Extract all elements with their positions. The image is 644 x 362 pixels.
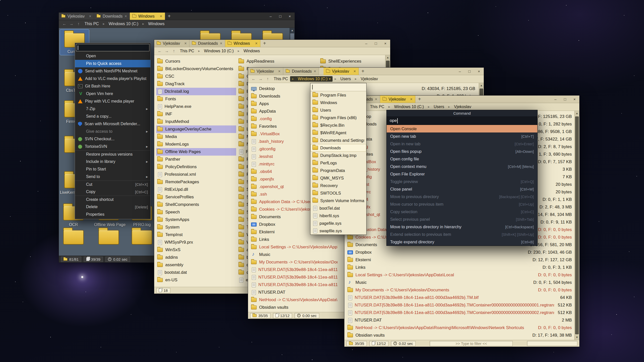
breadcrumb-segment[interactable]: Windows 10 (C:) bbox=[101, 21, 140, 27]
file-row[interactable]: Links D: 0, F: 3, 1 KB bbox=[346, 264, 573, 271]
command-item[interactable]: Extend selection to previous item [Shift… bbox=[387, 231, 537, 238]
dropdown-item[interactable]: $Recycle.Bin bbox=[310, 121, 366, 129]
command-item[interactable]: Open new tab [Ctrl+T] bbox=[387, 132, 537, 140]
close-tab-icon[interactable] bbox=[125, 14, 127, 19]
file-row[interactable]: RemotePackages bbox=[156, 178, 236, 186]
maximize-button[interactable] bbox=[560, 96, 570, 103]
dropdown-item[interactable]: Documents and Settings bbox=[310, 137, 366, 144]
maximize-button[interactable] bbox=[275, 13, 285, 20]
context-menu-item[interactable]: Send a copy... bbox=[75, 113, 150, 120]
forward-icon[interactable] bbox=[68, 22, 74, 26]
file-row[interactable]: Local Settings -> C:\Users\Vjekoslav\App… bbox=[250, 243, 339, 251]
titlebar[interactable]: Vjekoslav Downloads Vjekoslav bbox=[248, 68, 484, 75]
dropdown-item[interactable]: Windows bbox=[310, 99, 366, 106]
dropdown-item[interactable]: System Volume Information bbox=[310, 197, 366, 204]
context-menu-item[interactable]: Delete [Delete] bbox=[75, 203, 150, 211]
file-icon-cell[interactable] bbox=[94, 227, 123, 248]
scroll-up-icon[interactable] bbox=[290, 28, 295, 33]
context-menu-item[interactable]: Play with VLC media player bbox=[75, 98, 150, 105]
command-palette-input[interactable]: ope bbox=[387, 117, 537, 125]
tab[interactable]: Downloads bbox=[94, 13, 130, 20]
breadcrumb-segment[interactable]: Windows 10 (C:) bbox=[196, 48, 236, 54]
file-row[interactable]: NTUSER.DAT 2 MB bbox=[346, 316, 573, 324]
tab[interactable]: Vjekoslav bbox=[248, 68, 283, 75]
command-item[interactable]: Open files popup [Alt+Down] bbox=[387, 148, 537, 155]
new-tab-button[interactable] bbox=[165, 13, 174, 20]
file-row[interactable]: My Documents -> C:\Users\Vjekoslav\Docum… bbox=[250, 258, 339, 266]
command-item[interactable]: Open File Explorer bbox=[387, 170, 537, 178]
scroll-thumb[interactable] bbox=[575, 116, 579, 334]
context-menu-item[interactable]: Restore previous versions bbox=[75, 150, 150, 158]
close-button[interactable] bbox=[570, 96, 579, 103]
file-row[interactable]: AppReadiness bbox=[237, 58, 317, 65]
forward-icon[interactable] bbox=[164, 49, 170, 53]
file-row[interactable]: PolicyDefinitions bbox=[156, 163, 236, 171]
dropdown-item[interactable]: QMK_MSYS bbox=[310, 174, 366, 182]
maximize-button[interactable] bbox=[465, 68, 474, 75]
tab[interactable]: Vjekoslav bbox=[59, 13, 94, 20]
command-item[interactable]: Toggle preview [Ctrl+Q] bbox=[387, 178, 537, 185]
file-row[interactable]: NTUSER.DAT{53b39e88-18c4-11ea-a811-000d3… bbox=[346, 294, 573, 301]
command-item[interactable]: Open in new tab [Ctrl+Enter] bbox=[387, 140, 537, 148]
file-row[interactable]: Local Settings -> C:\Users\Vjekoslav\App… bbox=[346, 271, 573, 279]
file-row[interactable]: Cursors bbox=[156, 58, 236, 65]
file-row[interactable]: HelpPane.exe bbox=[156, 103, 236, 110]
file-row[interactable]: Music D: 0, F: 1, 504 bytes bbox=[346, 279, 573, 286]
context-menu-item[interactable]: Open Vim here bbox=[75, 90, 150, 98]
dropdown-item[interactable]: swapfile.sys bbox=[310, 227, 366, 235]
context-menu-item[interactable]: Give access to bbox=[75, 128, 150, 135]
close-button[interactable] bbox=[381, 40, 390, 47]
dropdown-item[interactable]: bootTel.dat bbox=[310, 204, 366, 212]
new-tab-button[interactable] bbox=[359, 68, 367, 75]
close-tab-icon[interactable] bbox=[314, 69, 316, 74]
file-row[interactable]: Obsidian vaults bbox=[250, 304, 339, 311]
scroll-down-icon[interactable] bbox=[575, 335, 579, 340]
dropdown-item[interactable]: ProgramData bbox=[310, 167, 366, 174]
file-row[interactable]: bootstat.dat bbox=[156, 269, 236, 276]
back-icon[interactable] bbox=[251, 77, 257, 81]
minimize-button[interactable] bbox=[361, 40, 371, 47]
breadcrumb-segment[interactable]: This PC bbox=[368, 104, 386, 110]
file-row[interactable]: Music bbox=[250, 251, 339, 258]
file-row[interactable]: RtlExUpd.dll bbox=[156, 186, 236, 193]
new-tab-button[interactable] bbox=[260, 40, 269, 47]
command-item[interactable]: Toggle expand directory [Ctrl+B] bbox=[387, 238, 537, 246]
file-row[interactable]: DtcInstall.log bbox=[156, 88, 236, 95]
file-row[interactable]: LanguageOverlayCache bbox=[156, 125, 236, 133]
command-item[interactable]: Open config file bbox=[387, 155, 537, 163]
command-item[interactable]: Open context menu [Ctrl+M] [Menu] bbox=[387, 163, 537, 170]
tab[interactable]: Windows bbox=[130, 13, 165, 20]
dropdown-path-input[interactable] bbox=[310, 83, 366, 91]
file-row[interactable]: NetHood -> C:\Users\Vjekoslav\AppData\Ro… bbox=[346, 324, 573, 332]
breadcrumb-segment[interactable]: Windows bbox=[236, 48, 262, 54]
file-row[interactable]: ServiceProfiles bbox=[156, 193, 236, 201]
file-row[interactable]: NTUSER.DAT{53b39e88-18c4-11ea-a811-000d3… bbox=[346, 309, 573, 316]
minimize-button[interactable] bbox=[551, 96, 560, 103]
context-menu-item[interactable]: Git Bash Here bbox=[75, 82, 150, 90]
file-row[interactable]: assembly bbox=[156, 261, 236, 269]
breadcrumb-segment[interactable]: Windows bbox=[140, 21, 167, 27]
filter-input[interactable]: >> Type to filter << bbox=[430, 341, 513, 346]
context-menu-item[interactable]: Cut [Ctrl+X] bbox=[75, 180, 150, 188]
scroll-up-icon[interactable] bbox=[479, 83, 484, 88]
context-menu-item[interactable]: SVN Checkout... bbox=[75, 135, 150, 143]
file-row[interactable]: Obsidian vaults D: 17, F: 149, 38 MB bbox=[346, 332, 573, 339]
file-row[interactable]: Fonts bbox=[156, 95, 236, 103]
command-item[interactable]: Close panel [Ctrl+W] bbox=[387, 185, 537, 193]
file-row[interactable]: DiagTrack bbox=[156, 80, 236, 88]
breadcrumb-segment[interactable]: This PC bbox=[272, 76, 290, 82]
maximize-button[interactable] bbox=[371, 40, 381, 47]
dropdown-item[interactable]: Downloads bbox=[310, 144, 366, 152]
file-row[interactable]: ShellComponents bbox=[156, 201, 236, 208]
file-row[interactable]: CSC bbox=[156, 73, 236, 80]
tab[interactable]: Downloads bbox=[283, 68, 319, 75]
command-item[interactable]: Move to previous directory [Backspace] [… bbox=[387, 193, 537, 200]
file-row[interactable]: Dropbox D: 230, F: 1043, 46 GB bbox=[346, 249, 573, 256]
breadcrumb-segment[interactable]: This PC bbox=[178, 48, 196, 54]
command-item[interactable]: Move cursor to previous item [Ctrl+Up] bbox=[387, 200, 537, 208]
tab[interactable]: Downloads bbox=[189, 40, 225, 47]
dropdown-item[interactable]: Program Files (x86) bbox=[310, 114, 366, 121]
context-menu-item[interactable]: Open bbox=[75, 52, 150, 60]
up-icon[interactable] bbox=[265, 77, 271, 81]
file-row[interactable]: System bbox=[156, 223, 236, 231]
